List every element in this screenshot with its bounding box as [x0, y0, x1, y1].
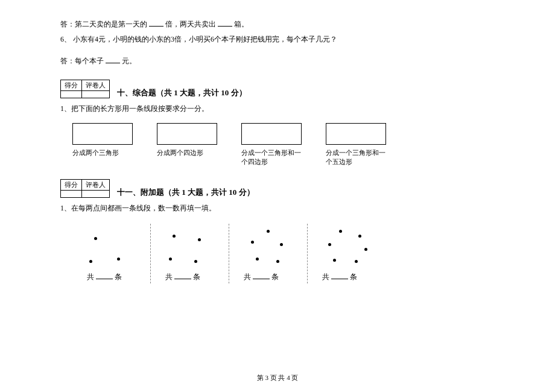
q6-answer-line: 答：每个本子 元。	[60, 55, 495, 67]
score-col-label: 得分	[61, 80, 82, 90]
rect-label-4: 分成一个三角形和一个五边形	[326, 148, 386, 167]
count-suffix: 条	[271, 273, 279, 281]
rect-1[interactable]	[72, 123, 133, 145]
q6-text: 小东有4元，小明的钱的小东的3倍，小明买6个本子刚好把钱用完，每个本子几元？	[73, 35, 337, 43]
dots-cell-3: 共 条	[229, 224, 308, 283]
dots-stage-2[interactable]	[151, 226, 229, 270]
section11-header: 得分 评卷人 十一、附加题（共 1 大题，共计 10 分）	[60, 179, 495, 198]
rect-3[interactable]	[241, 123, 302, 145]
section10-title: 十、综合题（共 1 大题，共计 10 分）	[117, 87, 247, 98]
dot-icon	[251, 241, 254, 244]
count-suffix: 条	[115, 273, 122, 281]
dots-stage-4[interactable]	[308, 226, 386, 270]
dot-icon	[355, 260, 358, 263]
section10-q1: 1、把下面的长方形用一条线段按要求分一分。	[60, 103, 495, 115]
count-suffix: 条	[350, 273, 357, 281]
score-col-label: 得分	[61, 179, 82, 190]
count-line-2: 共 条	[151, 271, 229, 282]
q5-answer-line: 答：第二天卖的是第一天的 倍，两天共卖出 箱。	[60, 18, 495, 30]
score-cell[interactable]	[61, 90, 82, 98]
dot-icon	[328, 243, 331, 246]
rect-2[interactable]	[157, 123, 217, 145]
rect-label-2: 分成两个四边形	[157, 148, 217, 167]
section11-title: 十一、附加题（共 1 大题，共计 10 分）	[117, 187, 255, 198]
dots-cell-2: 共 条	[151, 224, 229, 283]
count-line-1: 共 条	[72, 271, 150, 282]
dot-icon	[173, 235, 176, 238]
score-cell[interactable]	[61, 190, 82, 197]
grader-col-label: 评卷人	[82, 80, 110, 90]
dot-icon	[89, 260, 92, 263]
dot-icon	[276, 260, 279, 263]
count-prefix: 共	[322, 273, 329, 281]
dot-icon	[194, 260, 197, 263]
q6-line: 6、 小东有4元，小明的钱的小东的3倍，小明买6个本子刚好把钱用完，每个本子几元…	[60, 34, 495, 45]
dot-icon	[339, 230, 342, 233]
dot-icon	[169, 258, 172, 261]
rect-labels-row: 分成两个三角形 分成两个四边形 分成一个三角形和一个四边形 分成一个三角形和一个…	[72, 148, 495, 167]
dots-stage-3[interactable]	[229, 226, 307, 270]
dot-icon	[267, 230, 270, 233]
count-blank-2[interactable]	[174, 271, 191, 279]
dot-icon	[117, 258, 120, 261]
dot-icon	[358, 235, 361, 238]
dots-cell-4: 共 条	[308, 224, 386, 283]
q6-answer-suffix: 元。	[122, 57, 136, 65]
count-prefix: 共	[165, 273, 173, 281]
dots-cell-1: 共 条	[72, 224, 151, 283]
q5-blank-1[interactable]	[149, 18, 163, 27]
dots-stage-1[interactable]	[72, 226, 150, 270]
page-footer: 第 3 页 共 4 页	[0, 373, 555, 382]
q6-answer-prefix: 答：每个本子	[60, 57, 104, 65]
count-blank-1[interactable]	[96, 271, 113, 279]
count-line-3: 共 条	[229, 271, 307, 282]
rectangles-row	[72, 123, 495, 145]
q5-blank-2[interactable]	[218, 18, 232, 27]
count-line-4: 共 条	[308, 271, 386, 282]
rect-label-3: 分成一个三角形和一个四边形	[241, 148, 302, 167]
section10-header: 得分 评卷人 十、综合题（共 1 大题，共计 10 分）	[60, 80, 495, 98]
dot-icon	[256, 258, 259, 261]
grader-cell[interactable]	[82, 90, 110, 98]
dot-icon	[364, 248, 367, 251]
q5-answer-suffix: 箱。	[234, 20, 249, 28]
score-table-10: 得分 评卷人	[60, 80, 110, 98]
grader-col-label: 评卷人	[82, 179, 110, 190]
dots-area: 共 条 共 条 共 条	[72, 224, 495, 283]
rect-label-1: 分成两个三角形	[72, 148, 133, 167]
q6-number: 6、	[60, 35, 71, 43]
score-table-11: 得分 评卷人	[60, 179, 110, 198]
count-suffix: 条	[193, 273, 200, 281]
grader-cell[interactable]	[82, 190, 110, 197]
dot-icon	[280, 243, 283, 246]
count-prefix: 共	[87, 273, 94, 281]
rect-4[interactable]	[326, 123, 386, 145]
q5-answer-prefix: 答：第二天卖的是第一天的	[60, 20, 147, 28]
count-blank-3[interactable]	[253, 271, 270, 279]
dot-icon	[198, 238, 201, 241]
dot-icon	[94, 237, 97, 240]
q5-answer-mid: 倍，两天共卖出	[165, 20, 216, 28]
dot-icon	[333, 259, 336, 262]
count-prefix: 共	[244, 273, 251, 281]
section11-q1: 1、在每两点间都画一条线段，数一数再填一填。	[60, 203, 495, 214]
q6-blank[interactable]	[106, 55, 120, 63]
count-blank-4[interactable]	[331, 271, 348, 279]
